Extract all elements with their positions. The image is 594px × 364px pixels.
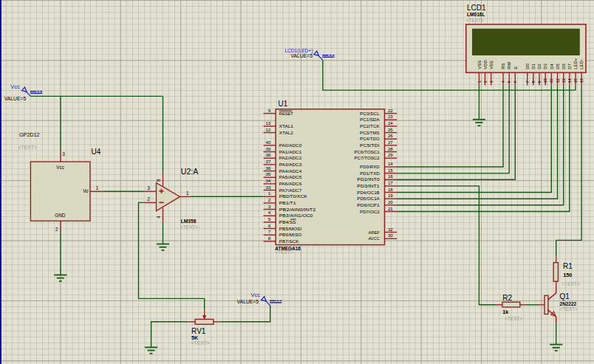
svg-text:PA5/ADC5: PA5/ADC5 xyxy=(279,174,302,179)
svg-text:4: 4 xyxy=(268,210,271,215)
svg-text:D0: D0 xyxy=(525,63,530,69)
svg-text:3: 3 xyxy=(62,151,65,157)
svg-text:VDD: VDD xyxy=(483,59,488,69)
svg-text:U4: U4 xyxy=(92,148,101,156)
svg-text:1: 1 xyxy=(96,185,99,190)
svg-text:<TEXT>: <TEXT> xyxy=(275,249,293,255)
svg-text:PA2/ADC2: PA2/ADC2 xyxy=(279,155,302,160)
svg-text:PA1/ADC1: PA1/ADC1 xyxy=(279,149,302,154)
svg-text:6: 6 xyxy=(268,223,271,228)
svg-text:7: 7 xyxy=(268,229,271,234)
svg-text:AVCC: AVCC xyxy=(369,236,380,241)
svg-text:2: 2 xyxy=(268,197,271,202)
svg-text:<TEXT>: <TEXT> xyxy=(18,144,37,151)
svg-text:12: 12 xyxy=(265,127,270,132)
svg-text:12: 12 xyxy=(556,78,560,83)
svg-text:GP2D12: GP2D12 xyxy=(19,132,39,137)
svg-text:PD0/RXD: PD0/RXD xyxy=(360,164,380,169)
svg-text:PB1/T1: PB1/T1 xyxy=(279,200,296,205)
svg-text:LED-: LED- xyxy=(579,59,584,69)
svg-text:36: 36 xyxy=(265,165,270,171)
svg-text:<TEXT>: <TEXT> xyxy=(191,340,210,346)
svg-text:PB7/SCK: PB7/SCK xyxy=(279,238,299,244)
svg-text:3: 3 xyxy=(489,80,494,83)
svg-text:6: 6 xyxy=(513,80,518,83)
svg-text:16: 16 xyxy=(388,174,393,179)
svg-text:16: 16 xyxy=(579,78,584,83)
svg-text:Vcc: Vcc xyxy=(10,84,20,89)
svg-text:AREF: AREF xyxy=(369,230,380,235)
svg-text:PD1/TXD: PD1/TXD xyxy=(360,171,380,176)
svg-text:PB3/AIN1/OC0: PB3/AIN1/OC0 xyxy=(279,213,313,218)
svg-text:4: 4 xyxy=(156,216,161,219)
svg-text:LM358: LM358 xyxy=(181,219,197,224)
svg-text:Vcc: Vcc xyxy=(56,165,64,170)
svg-text:40: 40 xyxy=(265,140,270,145)
svg-text:22: 22 xyxy=(388,108,393,113)
svg-text:30: 30 xyxy=(388,233,393,238)
svg-text:PB5/MOSI: PB5/MOSI xyxy=(279,226,302,231)
svg-text:D2: D2 xyxy=(537,63,542,69)
svg-text:PC7/TOSC2: PC7/TOSC2 xyxy=(355,155,380,160)
svg-text:3: 3 xyxy=(147,185,150,190)
svg-text:PB6/MISO: PB6/MISO xyxy=(279,232,302,237)
svg-text:Q1: Q1 xyxy=(559,292,570,301)
svg-text:23: 23 xyxy=(388,114,393,119)
svg-text:20: 20 xyxy=(388,199,393,205)
svg-text:24: 24 xyxy=(388,120,393,126)
svg-text:VSS: VSS xyxy=(477,61,482,69)
svg-text:28: 28 xyxy=(388,146,393,151)
svg-text:PC2/TCK: PC2/TCK xyxy=(360,123,380,128)
svg-text:<TEXT>: <TEXT> xyxy=(562,281,580,287)
svg-text:RS: RS xyxy=(501,63,505,69)
svg-text:8: 8 xyxy=(156,179,161,182)
svg-text:PD4/OC1B: PD4/OC1B xyxy=(357,190,379,195)
svg-text:GND: GND xyxy=(55,213,66,218)
svg-text:VALUE=5: VALUE=5 xyxy=(237,299,259,304)
svg-text:35: 35 xyxy=(265,171,270,176)
svg-text:25: 25 xyxy=(388,127,393,132)
svg-text:RV1: RV1 xyxy=(191,327,206,335)
svg-text:27: 27 xyxy=(388,140,393,145)
svg-text:PC0/SCL: PC0/SCL xyxy=(360,111,380,116)
svg-text:VALUE=5: VALUE=5 xyxy=(4,96,27,101)
svg-text:1: 1 xyxy=(477,80,482,83)
svg-text:19: 19 xyxy=(388,193,393,198)
svg-text:10: 10 xyxy=(543,78,547,83)
svg-text:17: 17 xyxy=(388,180,393,185)
svg-text:D4: D4 xyxy=(550,63,554,69)
svg-text:9: 9 xyxy=(268,108,271,113)
svg-text:18: 18 xyxy=(388,187,393,192)
svg-text:13: 13 xyxy=(265,120,270,126)
svg-text:PB0/T0/XCK: PB0/T0/XCK xyxy=(279,193,308,199)
svg-text:<TEXT>: <TEXT> xyxy=(466,17,484,24)
svg-text:RW: RW xyxy=(508,62,512,69)
svg-text:XTAL1: XTAL1 xyxy=(279,123,294,128)
svg-text:33: 33 xyxy=(265,185,270,190)
svg-text:PC6/TOSC1: PC6/TOSC1 xyxy=(355,149,380,154)
svg-text:2: 2 xyxy=(147,196,150,202)
svg-text:R1: R1 xyxy=(563,262,573,270)
svg-text:LED+: LED+ xyxy=(573,58,578,69)
svg-text:150: 150 xyxy=(563,272,572,278)
svg-text:<TEXT>: <TEXT> xyxy=(180,224,198,230)
svg-text:PA0/ADC0: PA0/ADC0 xyxy=(279,142,302,148)
svg-text:34: 34 xyxy=(265,178,270,183)
svg-text:38: 38 xyxy=(265,152,270,157)
svg-text:D6: D6 xyxy=(561,63,566,69)
svg-text:29: 29 xyxy=(388,152,393,157)
svg-text:15: 15 xyxy=(388,168,393,173)
svg-text:PA7/ADC7: PA7/ADC7 xyxy=(279,188,302,193)
svg-text:2: 2 xyxy=(483,80,488,83)
svg-text:PA3/ADC3: PA3/ADC3 xyxy=(279,162,302,167)
svg-text:VEE: VEE xyxy=(489,61,494,69)
svg-text:3: 3 xyxy=(268,204,271,209)
svg-text:PC1/SDA: PC1/SDA xyxy=(360,117,380,122)
svg-text:7: 7 xyxy=(525,80,530,83)
svg-text:9: 9 xyxy=(537,80,542,83)
svg-text:32: 32 xyxy=(388,227,393,232)
svg-text:13: 13 xyxy=(561,78,566,83)
svg-text:D7: D7 xyxy=(567,63,572,69)
svg-text:VALUE=5: VALUE=5 xyxy=(291,53,313,58)
svg-text:U2:A: U2:A xyxy=(181,168,199,176)
